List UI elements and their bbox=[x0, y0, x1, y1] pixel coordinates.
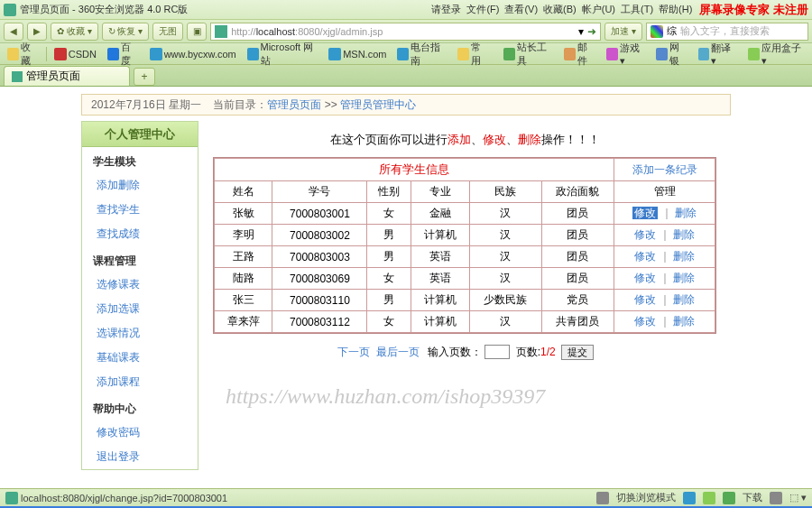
bookmark-radio[interactable]: 电台指南 bbox=[393, 39, 450, 69]
table-cell: 7000803069 bbox=[272, 268, 367, 290]
breadcrumb: 2012年7月16日 星期一 当前目录： 管理员页面 >> 管理员管理中心 bbox=[81, 94, 731, 115]
address-input[interactable]: http://localhost:8080/xjgl/admin.jsp ▾ ➜ bbox=[210, 23, 601, 41]
mail-button[interactable]: 邮件 bbox=[560, 39, 599, 69]
edit-link[interactable]: 修改 bbox=[632, 207, 658, 219]
column-header: 管理 bbox=[614, 181, 715, 203]
column-header: 民族 bbox=[469, 181, 541, 203]
menu-file[interactable]: 文件(F) bbox=[466, 3, 499, 16]
menu-view[interactable]: 查看(V) bbox=[504, 3, 538, 16]
bookmark-common[interactable]: 常用 bbox=[454, 39, 493, 69]
last-page-link[interactable]: 最后一页 bbox=[376, 346, 420, 358]
back-button[interactable]: ◀ bbox=[4, 23, 23, 41]
breadcrumb-link-2[interactable]: 管理员管理中心 bbox=[340, 97, 416, 113]
bookmark-csdn[interactable]: CSDN bbox=[51, 46, 100, 62]
delete-link[interactable]: 删除 bbox=[673, 315, 695, 328]
sidebar-item[interactable]: 查找学生 bbox=[82, 198, 198, 222]
block-icon[interactable] bbox=[703, 492, 715, 504]
sitetools-button[interactable]: 站长工具 bbox=[500, 39, 557, 69]
add-record-link[interactable]: 添加一条纪录 bbox=[632, 163, 697, 176]
ie-mode-icon[interactable] bbox=[683, 492, 696, 504]
fanyi-button[interactable]: 翻译 ▾ bbox=[695, 40, 741, 69]
sidebar-item[interactable]: 添加选课 bbox=[82, 297, 198, 321]
games-button[interactable]: 游戏 ▾ bbox=[603, 40, 649, 69]
table-cell: 7000803110 bbox=[272, 290, 367, 311]
forward-button[interactable]: ▶ bbox=[27, 23, 47, 41]
table-cell: 女 bbox=[367, 268, 411, 290]
edit-link[interactable]: 修改 bbox=[634, 228, 656, 241]
game-icon bbox=[606, 48, 618, 60]
edit-link[interactable]: 修改 bbox=[634, 250, 656, 263]
zoom-icon[interactable] bbox=[770, 492, 782, 504]
table-cell: 党员 bbox=[541, 290, 614, 311]
browser-menubar: 请登录 文件(F) 查看(V) 收藏(B) 帐户(U) 工具(T) 帮助(H) bbox=[431, 3, 692, 16]
sidebar-item[interactable]: 查找成绩 bbox=[82, 222, 198, 246]
sidebar-item[interactable]: 添加删除 bbox=[82, 173, 198, 198]
status-zoom[interactable]: ⬚ ▾ bbox=[789, 492, 807, 503]
delete-link[interactable]: 删除 bbox=[675, 207, 697, 219]
bookmark-msn[interactable]: MSN.com bbox=[325, 46, 390, 62]
download-icon[interactable] bbox=[723, 492, 735, 504]
mode-icon[interactable] bbox=[596, 492, 609, 504]
edit-link[interactable]: 修改 bbox=[634, 315, 656, 328]
search-engine-icon[interactable] bbox=[651, 25, 663, 38]
delete-link[interactable]: 删除 bbox=[673, 228, 695, 241]
ie-icon bbox=[328, 48, 341, 60]
breadcrumb-link-1[interactable]: 管理员页面 bbox=[267, 97, 321, 113]
table-cell: 英语 bbox=[411, 268, 469, 290]
table-cell: 团员 bbox=[541, 225, 614, 246]
sidebar-item[interactable]: 添加课程 bbox=[82, 370, 198, 394]
search-input[interactable]: 综 输入文字，直接搜索 bbox=[646, 23, 808, 41]
edit-link[interactable]: 修改 bbox=[634, 293, 656, 306]
delete-link[interactable]: 删除 bbox=[673, 293, 695, 306]
tab-active[interactable]: 管理员页面 bbox=[4, 66, 130, 86]
bookmark-bar: 收藏 CSDN 百度 www.bycxw.com Microsoft 网站 MS… bbox=[0, 43, 812, 65]
delete-link[interactable]: 删除 bbox=[673, 272, 695, 284]
wangyin-button[interactable]: 网银 bbox=[652, 39, 691, 69]
table-cell: 英语 bbox=[411, 246, 469, 268]
refresh-button[interactable]: ▣ bbox=[187, 23, 207, 41]
favorites-button[interactable]: ✿ 收藏 ▾ bbox=[51, 23, 98, 41]
pager-page-label: 页数: bbox=[516, 346, 540, 358]
browser-statusbar: localhost:8080/xjgl/change.jsp?id=700080… bbox=[0, 488, 812, 506]
sidebar-item[interactable]: 选课情况 bbox=[82, 321, 198, 346]
main-panel: 在这个页面你可以进行添加、修改、删除操作！！！ 所有学生信息 添加一条纪录 姓名… bbox=[198, 121, 731, 470]
delete-link[interactable]: 删除 bbox=[673, 250, 695, 263]
page-icon bbox=[215, 25, 227, 38]
next-page-link[interactable]: 下一页 bbox=[337, 346, 370, 358]
go-icon[interactable]: ➜ bbox=[587, 25, 596, 38]
bookmark-bycxw[interactable]: www.bycxw.com bbox=[146, 46, 240, 62]
nopic-button[interactable]: 无图 bbox=[152, 23, 183, 41]
address-text: http://localhost:8080/xjgl/admin.jsp bbox=[231, 26, 578, 37]
sidebar-item[interactable]: 修改密码 bbox=[82, 420, 198, 445]
sidebar-section-heading: 学生模块 bbox=[82, 147, 198, 173]
bookmark-star[interactable]: 收藏 bbox=[4, 39, 42, 69]
sidebar-item[interactable]: 退出登录 bbox=[82, 445, 198, 469]
appbox-button[interactable]: 应用盒子 ▾ bbox=[744, 40, 808, 69]
table-cell-ops: 修改 ｜ 删除 bbox=[614, 311, 715, 333]
folder-icon bbox=[457, 48, 469, 60]
tools-icon bbox=[503, 48, 515, 60]
menu-tools[interactable]: 工具(T) bbox=[621, 3, 653, 16]
page-input[interactable] bbox=[484, 345, 510, 359]
menu-account[interactable]: 帐户(U) bbox=[582, 3, 615, 16]
menu-favorites[interactable]: 收藏(B) bbox=[543, 3, 577, 16]
table-cell: 团员 bbox=[541, 203, 614, 225]
new-tab-button[interactable]: + bbox=[134, 68, 155, 86]
sidebar-section-heading: 课程管理 bbox=[82, 246, 198, 272]
separator bbox=[46, 47, 47, 61]
dropdown-icon[interactable]: ▾ bbox=[578, 25, 584, 38]
menu-help[interactable]: 帮助(H) bbox=[659, 3, 692, 16]
bookmark-microsoft[interactable]: Microsoft 网站 bbox=[244, 39, 321, 69]
sidebar-item[interactable]: 选修课表 bbox=[82, 272, 198, 297]
restore-button[interactable]: ↻ 恢复 ▾ bbox=[102, 23, 150, 41]
pager-submit-button[interactable]: 提交 bbox=[561, 345, 594, 360]
edit-link[interactable]: 修改 bbox=[634, 272, 656, 284]
bookmark-baidu[interactable]: 百度 bbox=[104, 39, 143, 69]
status-mode[interactable]: 切换浏览模式 bbox=[616, 491, 676, 504]
status-download[interactable]: 下载 bbox=[743, 491, 762, 504]
sidebar-item[interactable]: 基础课表 bbox=[82, 346, 198, 370]
table-row: 章来萍7000803112女计算机汉共青团员修改 ｜ 删除 bbox=[215, 311, 715, 333]
menu-login[interactable]: 请登录 bbox=[431, 3, 461, 16]
pager-pages: 1/2 bbox=[540, 346, 556, 358]
jiasu-button[interactable]: 加速 ▾ bbox=[604, 23, 642, 41]
